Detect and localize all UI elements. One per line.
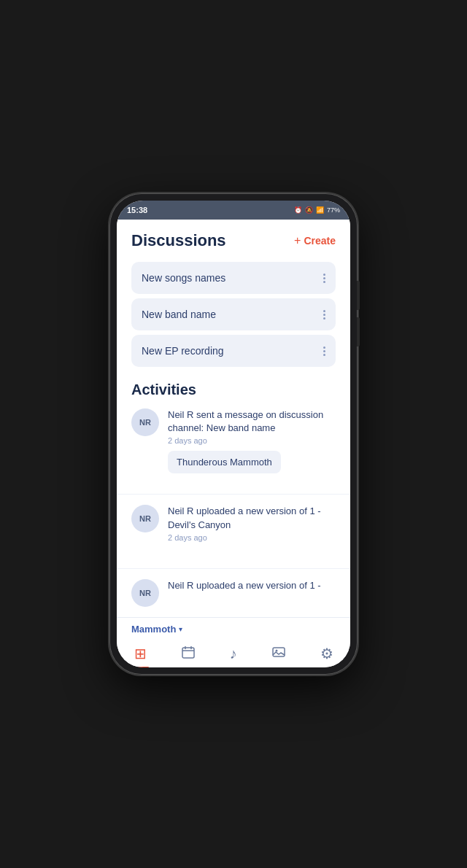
activity-item-3: NR Neil R uploaded a new version of 1 -: [131, 579, 336, 617]
activity-avatar-2: NR: [131, 505, 159, 532]
discussion-item-1-label: New songs names: [142, 272, 225, 284]
music-icon: ♪: [230, 646, 237, 662]
tab-home[interactable]: ⊞: [128, 642, 153, 665]
discussion-item-1-menu[interactable]: [323, 274, 325, 283]
nav-tabs: ⊞ ♪: [117, 638, 350, 667]
bottom-nav: Mammoth ▾ ⊞: [117, 617, 350, 667]
tab-gallery[interactable]: [266, 642, 292, 666]
page-title: Discussions: [131, 231, 226, 250]
screen-content: Discussions + Create New songs names: [117, 220, 350, 617]
discussion-item-2-label: New band name: [142, 309, 216, 320]
divider-2: [117, 568, 350, 569]
battery-text: 77%: [327, 206, 340, 214]
home-icon: ⊞: [134, 645, 147, 662]
activity-content-1: Neil R sent a message on discussion chan…: [168, 408, 336, 473]
content-area: Discussions + Create New songs names: [117, 220, 350, 667]
svg-rect-0: [182, 648, 194, 658]
status-icons: ⏰ 🔕 📶 77%: [294, 206, 340, 214]
phone-screen: 15:38 ⏰ 🔕 📶 77% Discussions + Create: [117, 201, 350, 667]
discussion-item-3[interactable]: New EP recording: [131, 335, 336, 367]
activity-avatar-1: NR: [131, 408, 159, 436]
activity-message-1: Neil R sent a message on discussion chan…: [168, 408, 336, 435]
page-header: Discussions + Create: [131, 231, 336, 250]
discussions-list: New songs names New band name: [131, 262, 336, 367]
activity-time-1: 2 days ago: [168, 436, 336, 445]
activity-time-2: 2 days ago: [168, 533, 336, 542]
gallery-icon: [271, 645, 286, 663]
band-name-label: Mammoth: [131, 624, 176, 635]
create-label: Create: [304, 235, 336, 247]
discussion-item-2[interactable]: New band name: [131, 298, 336, 330]
discussion-item-1[interactable]: New songs names: [131, 262, 336, 294]
create-button[interactable]: + Create: [294, 234, 336, 247]
tab-settings[interactable]: ⚙: [314, 642, 339, 665]
activity-message-2: Neil R uploaded a new version of 1 - Dev…: [168, 505, 336, 531]
alarm-icon: ⏰: [294, 206, 302, 214]
activity-content-2: Neil R uploaded a new version of 1 - Dev…: [168, 505, 336, 547]
activity-item-2: NR Neil R uploaded a new version of 1 - …: [131, 505, 336, 557]
activity-content-3: Neil R uploaded a new version of 1 -: [168, 579, 336, 607]
mute-icon: 🔕: [305, 206, 313, 214]
divider-1: [117, 494, 350, 495]
activity-tag-1[interactable]: Thunderous Mammoth: [168, 451, 281, 473]
tab-calendar[interactable]: [175, 642, 201, 666]
discussion-item-2-menu[interactable]: [323, 310, 325, 319]
activity-item-1: NR Neil R sent a message on discussion c…: [131, 408, 336, 484]
phone-frame: 15:38 ⏰ 🔕 📶 77% Discussions + Create: [109, 193, 358, 675]
band-selector[interactable]: Mammoth ▾: [117, 618, 350, 638]
volume-up-button[interactable]: [357, 281, 360, 310]
tab-music[interactable]: ♪: [224, 643, 243, 665]
activity-avatar-3: NR: [131, 579, 159, 607]
status-bar: 15:38 ⏰ 🔕 📶 77%: [117, 201, 350, 220]
band-chevron-icon: ▾: [179, 625, 182, 633]
discussion-item-3-menu[interactable]: [323, 346, 325, 356]
calendar-icon: [181, 645, 196, 663]
volume-down-button[interactable]: [357, 317, 360, 346]
discussion-item-3-label: New EP recording: [142, 345, 224, 357]
activities-title: Activities: [131, 381, 336, 398]
status-time: 15:38: [127, 206, 147, 214]
settings-icon: ⚙: [320, 645, 333, 662]
wifi-icon: 📶: [316, 206, 324, 214]
create-plus-icon: +: [294, 234, 301, 247]
activity-message-3: Neil R uploaded a new version of 1 -: [168, 579, 336, 592]
svg-rect-4: [273, 648, 285, 656]
